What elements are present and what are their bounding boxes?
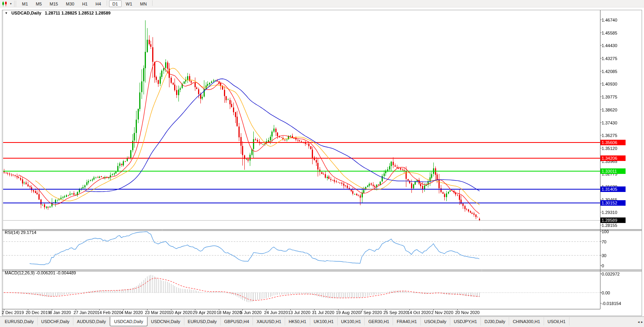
chart-tab-12[interactable]: FRA40,H1 <box>393 317 420 325</box>
chart-tab-16[interactable]: CHINA300,H1 <box>509 317 544 325</box>
chart-tab-4[interactable]: USDCNH,Daily <box>147 317 184 325</box>
chart-tab-9[interactable]: UK100,H1 <box>310 317 338 325</box>
candlestick-tool-icon[interactable] <box>1 0 9 7</box>
collapse-icon[interactable]: ▼ <box>5 11 8 15</box>
chart-tab-0[interactable]: EURUSD,Daily <box>1 317 38 325</box>
chart-ohlc-values: 1.28711 1.28825 1.28512 1.28589 <box>45 11 111 15</box>
chart-title: ▼ USDCAD,Daily 1.28711 1.28825 1.28512 1… <box>5 11 111 15</box>
tabs-scroll-right-icon[interactable]: ▸ <box>641 320 643 324</box>
timeframe-button-h4[interactable]: H4 <box>92 0 104 7</box>
timeframe-button-m15[interactable]: M15 <box>46 0 62 7</box>
toolbar-separator <box>152 0 153 6</box>
timeframe-button-h1[interactable]: H1 <box>78 0 91 7</box>
chart-tab-11[interactable]: GER30,H1 <box>365 317 393 325</box>
chart-tab-5[interactable]: EURUSD,Daily <box>184 317 221 325</box>
timeframe-button-w1[interactable]: W1 <box>122 0 136 7</box>
timeframe-button-d1[interactable]: D1 <box>109 0 122 7</box>
chart-tab-6[interactable]: GBPUSD,H4 <box>221 317 253 325</box>
chart-tabs-bar: EURUSD,DailyUSDCHF,DailyAUDUSD,DailyUSDC… <box>0 316 644 327</box>
chart-tab-14[interactable]: USDJPY,H1 <box>450 317 481 325</box>
chart-tab-17[interactable]: USOil,H1 <box>544 317 569 325</box>
tabs-scroll-left-icon[interactable]: ◂ <box>638 320 640 324</box>
chart-tab-2[interactable]: AUDUSD,Daily <box>73 317 110 325</box>
macd-label: MACD(12,26,9) -0.006201 -0.004489 <box>5 270 76 275</box>
chart-tab-1[interactable]: USDCHF,Daily <box>38 317 73 325</box>
timeframe-toolbar: ▾ M1M5M15M30H1H4D1W1MN <box>0 0 644 7</box>
tabs-scroll-arrows: ◂ ▸ <box>638 317 644 327</box>
chart-tab-8[interactable]: HK50,H1 <box>285 317 310 325</box>
mt4-window: ▾ M1M5M15M30H1H4D1W1MN ▼ USDCAD,Daily 1.… <box>0 0 644 327</box>
rsi-label: RSI(14) 29.1714 <box>5 230 36 235</box>
toolbar-separator <box>107 0 107 6</box>
chart-symbol-label: USDCAD,Daily <box>11 11 41 15</box>
timeframe-button-mn[interactable]: MN <box>136 0 150 7</box>
timeframe-buttons: M1M5M15M30H1H4D1W1MN <box>18 0 154 7</box>
timeframe-button-m30[interactable]: M30 <box>62 0 78 7</box>
chart-canvas[interactable] <box>0 0 644 327</box>
chevron-down-icon[interactable]: ▾ <box>9 0 13 7</box>
chart-tab-13[interactable]: USOil,Daily <box>421 317 450 325</box>
timeframe-button-m1[interactable]: M1 <box>18 0 31 7</box>
chart-tabs: EURUSD,DailyUSDCHF,DailyAUDUSD,DailyUSDC… <box>1 317 569 326</box>
chart-tab-15[interactable]: DJ30,Daily <box>481 317 509 325</box>
timeframe-button-m5[interactable]: M5 <box>32 0 45 7</box>
chart-tab-3[interactable]: USDCAD,Daily <box>110 317 147 326</box>
toolbar-grip[interactable] <box>14 1 16 7</box>
chart-tab-7[interactable]: XAUUSD,H1 <box>253 317 285 325</box>
chart-tab-10[interactable]: UK100,H1 <box>338 317 365 325</box>
